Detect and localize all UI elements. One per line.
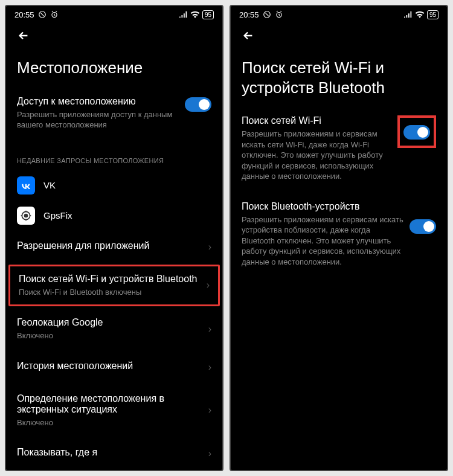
page-title: Поиск сетей Wi-Fi и устройств Bluetooth xyxy=(231,50,447,109)
wifi-scanning-row[interactable]: Поиск сетей Wi-Fi Разрешить приложениям … xyxy=(242,109,436,190)
location-access-toggle[interactable] xyxy=(185,97,211,112)
bt-scanning-row[interactable]: Поиск Bluetooth-устройств Разрешить прил… xyxy=(242,190,436,276)
battery-icon: 95 xyxy=(202,10,214,19)
chevron-right-icon: › xyxy=(207,280,210,291)
app-permissions-row[interactable]: Разрешения для приложений › xyxy=(6,231,222,263)
app-row-vk[interactable]: VK xyxy=(6,170,222,201)
dnd-icon xyxy=(38,10,47,19)
alarm-icon xyxy=(275,10,283,19)
row-title: Определение местоположения в экстренных … xyxy=(17,393,202,415)
recent-requests-label: НЕДАВНИЕ ЗАПРОСЫ МЕСТОПОЛОЖЕНИЯ xyxy=(6,139,222,170)
row-sub: Включено xyxy=(17,330,202,341)
chevron-right-icon: › xyxy=(208,242,211,252)
wifi-scanning-title: Поиск сетей Wi-Fi xyxy=(242,115,391,126)
alarm-icon xyxy=(50,10,59,19)
location-access-title: Доступ к местоположению xyxy=(17,96,179,107)
wifi-scanning-toggle[interactable] xyxy=(403,125,430,140)
phone-left: 20:55 95 Местоположение xyxy=(5,5,223,471)
chevron-right-icon: › xyxy=(208,405,211,416)
svg-point-3 xyxy=(25,214,28,217)
status-bar: 20:55 95 xyxy=(231,6,447,23)
wifi-icon xyxy=(190,11,200,18)
status-time: 20:55 xyxy=(239,10,259,19)
gpsfix-icon xyxy=(17,207,35,225)
header xyxy=(231,23,447,50)
row-title: История местоположений xyxy=(17,361,202,371)
status-bar: 20:55 95 xyxy=(6,6,222,23)
location-history-row[interactable]: История местоположений › xyxy=(6,351,222,384)
app-row-gpsfix[interactable]: GpsFix xyxy=(6,201,222,231)
battery-icon: 95 xyxy=(427,10,439,19)
location-access-row[interactable]: Доступ к местоположению Разрешить прилож… xyxy=(17,90,211,139)
app-name: VK xyxy=(43,180,56,190)
page-title: Местоположение xyxy=(6,50,222,90)
show-where-row[interactable]: Показывать, где я › xyxy=(6,437,222,470)
bt-scanning-sub: Разрешить приложениям и сервисам искать … xyxy=(242,214,403,268)
phone-right: 20:55 95 Поиск сетей Wi-Fi и устройств B… xyxy=(230,5,448,471)
row-title: Разрешения для приложений xyxy=(17,240,202,251)
wifi-toggle-highlight xyxy=(397,115,436,148)
content: Поиск сетей Wi-Fi Разрешить приложениям … xyxy=(231,109,447,470)
row-title: Поиск сетей Wi-Fi и устройств Bluetooth xyxy=(19,274,201,285)
row-sub: Поиск Wi-Fi и Bluetooth включены xyxy=(19,287,201,298)
row-title: Геолокация Google xyxy=(17,317,202,328)
bt-scanning-toggle[interactable] xyxy=(410,219,436,234)
bt-scanning-title: Поиск Bluetooth-устройств xyxy=(242,201,403,212)
location-access-sub: Разрешить приложениям доступ к данным ва… xyxy=(17,109,179,130)
wifi-bt-scanning-row[interactable]: Поиск сетей Wi-Fi и устройств Bluetooth … xyxy=(8,265,220,307)
chevron-right-icon: › xyxy=(208,324,211,335)
vk-icon xyxy=(17,176,35,195)
dnd-icon xyxy=(263,10,271,19)
row-sub: Включено xyxy=(17,417,202,428)
back-button[interactable] xyxy=(17,29,30,42)
status-time: 20:55 xyxy=(14,10,34,19)
chevron-right-icon: › xyxy=(208,448,211,459)
back-button[interactable] xyxy=(242,29,255,42)
app-name: GpsFix xyxy=(43,210,72,220)
google-location-row[interactable]: Геолокация Google Включено › xyxy=(6,307,222,351)
signal-icon xyxy=(179,11,188,18)
wifi-scanning-sub: Разрешить приложениям и сервисам искать … xyxy=(242,129,391,182)
content: Доступ к местоположению Разрешить прилож… xyxy=(6,90,222,471)
chevron-right-icon: › xyxy=(208,362,211,373)
header xyxy=(6,23,222,50)
emergency-location-row[interactable]: Определение местоположения в экстренных … xyxy=(6,384,222,438)
wifi-icon xyxy=(415,11,425,18)
row-title: Показывать, где я xyxy=(17,447,202,458)
signal-icon xyxy=(404,11,413,18)
